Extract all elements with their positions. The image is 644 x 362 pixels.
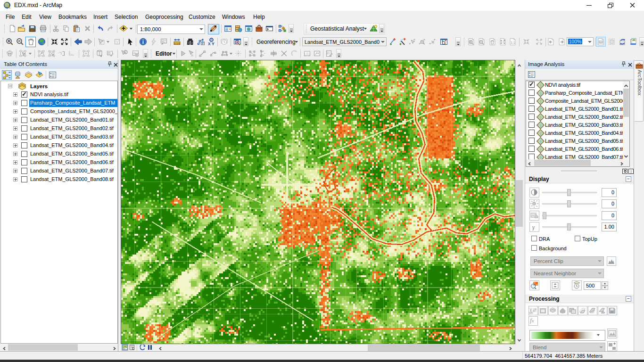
- svg-text:γ: γ: [532, 223, 535, 230]
- svg-text:X: X: [208, 41, 211, 46]
- svg-text:1:1: 1:1: [511, 41, 515, 44]
- svg-text:Y: Y: [212, 41, 215, 46]
- svg-text:A: A: [191, 53, 194, 58]
